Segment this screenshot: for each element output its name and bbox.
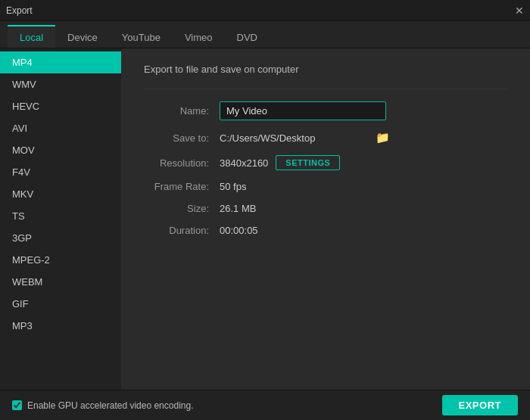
tab-youtube[interactable]: YouTube xyxy=(110,25,173,48)
sidebar-item-gif[interactable]: GIF xyxy=(0,293,121,315)
duration-value: 00:00:05 xyxy=(220,225,258,236)
export-button[interactable]: EXPORT xyxy=(442,395,518,415)
tab-bar: Local Device YouTube Vimeo DVD xyxy=(0,21,530,48)
resolution-value: 3840x2160 xyxy=(220,157,268,169)
sidebar-item-hevc[interactable]: HEVC xyxy=(0,95,121,117)
save-path-input[interactable] xyxy=(220,132,371,144)
tab-vimeo[interactable]: Vimeo xyxy=(173,25,225,48)
gpu-encoding-checkbox[interactable] xyxy=(12,400,22,410)
name-row: Name: xyxy=(144,101,507,120)
tab-dvd[interactable]: DVD xyxy=(225,25,270,48)
save-to-row: Save to: 📁 xyxy=(144,131,507,145)
tab-device[interactable]: Device xyxy=(55,25,110,48)
sidebar-item-avi[interactable]: AVI xyxy=(0,117,121,139)
settings-button[interactable]: SETTINGS xyxy=(276,155,340,170)
tab-local[interactable]: Local xyxy=(8,25,55,48)
sidebar-item-wmv[interactable]: WMV xyxy=(0,73,121,95)
sidebar-item-mkv[interactable]: MKV xyxy=(0,183,121,205)
duration-row: Duration: 00:00:05 xyxy=(144,225,507,236)
resolution-value-row: 3840x2160 SETTINGS xyxy=(220,155,340,170)
name-input[interactable] xyxy=(220,101,386,120)
divider xyxy=(144,89,507,89)
frame-rate-label: Frame Rate: xyxy=(144,181,220,192)
export-settings-panel: Export to file and save on computer Name… xyxy=(121,48,530,390)
main-content: MP4 WMV HEVC AVI MOV F4V MKV TS 3GP MPEG… xyxy=(0,48,530,390)
gpu-encoding-label[interactable]: Enable GPU accelerated video encoding. xyxy=(12,400,193,411)
size-row: Size: 26.1 MB xyxy=(144,203,507,214)
sidebar-item-webm[interactable]: WEBM xyxy=(0,271,121,293)
save-to-label: Save to: xyxy=(144,132,220,144)
frame-rate-row: Frame Rate: 50 fps xyxy=(144,181,507,192)
size-value: 26.1 MB xyxy=(220,203,256,214)
path-row: 📁 xyxy=(220,131,390,145)
sidebar-item-mp4[interactable]: MP4 xyxy=(0,51,121,73)
sidebar-item-mp3[interactable]: MP3 xyxy=(0,315,121,337)
frame-rate-value: 50 fps xyxy=(220,181,246,192)
size-label: Size: xyxy=(144,203,220,214)
duration-label: Duration: xyxy=(144,225,220,236)
section-title: Export to file and save on computer xyxy=(144,64,507,75)
title-bar: Export ✕ xyxy=(0,0,530,21)
format-sidebar: MP4 WMV HEVC AVI MOV F4V MKV TS 3GP MPEG… xyxy=(0,48,121,390)
resolution-row: Resolution: 3840x2160 SETTINGS xyxy=(144,155,507,170)
name-label: Name: xyxy=(144,105,220,117)
resolution-label: Resolution: xyxy=(144,157,220,169)
sidebar-item-3gp[interactable]: 3GP xyxy=(0,227,121,249)
folder-browse-icon[interactable]: 📁 xyxy=(376,131,390,145)
bottom-bar: Enable GPU accelerated video encoding. E… xyxy=(0,390,530,420)
sidebar-item-ts[interactable]: TS xyxy=(0,205,121,227)
sidebar-item-mpeg2[interactable]: MPEG-2 xyxy=(0,249,121,271)
sidebar-item-f4v[interactable]: F4V xyxy=(0,161,121,183)
sidebar-item-mov[interactable]: MOV xyxy=(0,139,121,161)
window-title: Export xyxy=(6,5,33,16)
close-button[interactable]: ✕ xyxy=(515,5,524,16)
